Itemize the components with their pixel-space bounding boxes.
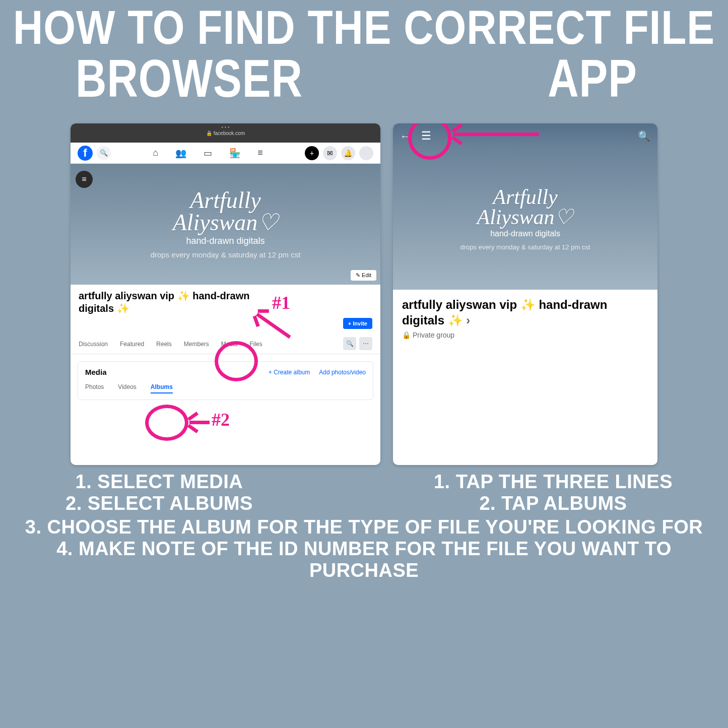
brand-logo: ArtfullyAliyswan♡ — [173, 189, 279, 233]
friends-icon[interactable]: 👥 — [175, 148, 186, 159]
instr-app-1: 1. TAP THE THREE LINES — [434, 471, 673, 493]
media-section-title: Media — [85, 368, 107, 376]
browser-url: facebook.com — [214, 130, 245, 136]
search-icon[interactable]: 🔍 — [638, 130, 650, 142]
tab-members[interactable]: Members — [184, 341, 209, 348]
tab-featured[interactable]: Featured — [120, 341, 144, 348]
app-cover: ArtfullyAliyswan♡ hand-drawn digitals dr… — [393, 149, 657, 290]
instr-line-4: 4. MAKE NOTE OF THE ID NUMBER FOR THE FI… — [0, 538, 728, 581]
home-icon[interactable]: ⌂ — [153, 148, 158, 159]
instructions: 1. SELECT MEDIA 2. SELECT ALBUMS 1. TAP … — [0, 471, 728, 581]
app-group-title[interactable]: artfully aliyswan vip ✨ hand-drawn digit… — [402, 298, 607, 327]
hamburger-icon[interactable]: ≡ — [257, 148, 263, 159]
instr-app-2: 2. TAP ALBUMS — [434, 493, 673, 514]
media-tab-photos[interactable]: Photos — [85, 383, 104, 393]
avatar[interactable] — [359, 146, 373, 160]
search-icon[interactable]: 🔍 — [343, 337, 356, 350]
facebook-logo-icon[interactable]: f — [78, 146, 93, 161]
market-icon[interactable]: 🏪 — [229, 148, 240, 159]
private-group-label: 🔒 Private group — [402, 331, 648, 339]
app-tagline1: hand-drawn digitals — [490, 229, 560, 238]
search-icon[interactable]: 🔍 — [97, 146, 111, 160]
app-group-header: artfully aliyswan vip ✨ hand-drawn digit… — [393, 290, 657, 346]
facebook-topnav: f 🔍 ⌂ 👥 ▭ 🏪 ≡ + ✉ 🔔 — [71, 143, 380, 164]
annotation-label-1: #1 — [272, 292, 290, 313]
app-screenshot: ← ☰ 🔍 ArtfullyAliyswan♡ hand-drawn digit… — [393, 123, 657, 465]
instr-browser-2: 2. SELECT ALBUMS — [65, 493, 253, 514]
brand-logo: ArtfullyAliyswan♡ — [477, 187, 574, 228]
add-photos-link[interactable]: Add photos/video — [319, 369, 366, 376]
annotation-label-2: #2 — [212, 409, 230, 430]
annotation-circle-2 — [145, 405, 188, 441]
edit-button[interactable]: ✎ Edit — [351, 270, 376, 281]
browser-url-bar: 🔒 facebook.com — [71, 123, 380, 143]
annotation-circle-1 — [215, 341, 258, 381]
chevron-right-icon[interactable]: › — [466, 313, 470, 327]
tab-files[interactable]: Files — [249, 341, 262, 348]
main-title: HOW TO FIND THE CORRECT FILE — [0, 1, 728, 55]
subtitle-browser: BROWSER — [76, 48, 303, 110]
subtitle-app: APP — [548, 48, 637, 110]
tab-discussion[interactable]: Discussion — [79, 341, 108, 348]
annotation-arrow-app — [453, 133, 539, 136]
tab-reels[interactable]: Reels — [156, 341, 172, 348]
plus-icon[interactable]: + — [305, 146, 319, 160]
app-tagline2: drops every monday & saturday at 12 pm c… — [460, 243, 590, 251]
invite-button[interactable]: + Invite — [343, 318, 372, 329]
bell-icon[interactable]: 🔔 — [341, 146, 355, 160]
cover-tagline1: hand-drawn digitals — [186, 236, 264, 246]
lock-icon: 🔒 — [206, 130, 212, 136]
more-icon[interactable]: ⋯ — [359, 337, 372, 350]
cover-tagline2: drops every monday & saturday at 12 pm c… — [151, 250, 301, 259]
instr-browser-1: 1. SELECT MEDIA — [65, 471, 253, 493]
browser-screenshot: 🔒 facebook.com f 🔍 ⌂ 👥 ▭ 🏪 ≡ + ✉ 🔔 ≡ — [71, 123, 380, 465]
subtitles-row: BROWSER APP — [0, 54, 728, 103]
group-cover: ≡ ArtfullyAliyswan♡ hand-drawn digitals … — [71, 164, 380, 285]
messenger-icon[interactable]: ✉ — [323, 146, 337, 160]
watch-icon[interactable]: ▭ — [204, 148, 212, 159]
create-album-link[interactable]: + Create album — [269, 369, 310, 376]
media-tab-videos[interactable]: Videos — [118, 383, 136, 393]
media-tab-albums[interactable]: Albums — [151, 383, 173, 393]
annotation-arrow-2 — [189, 421, 210, 424]
menu-icon[interactable]: ≡ — [76, 171, 93, 188]
group-title: artfully aliyswan vip ✨ hand-drawn digit… — [79, 290, 265, 315]
instr-line-3: 3. CHOOSE THE ALBUM FOR THE TYPE OF FILE… — [0, 516, 728, 538]
